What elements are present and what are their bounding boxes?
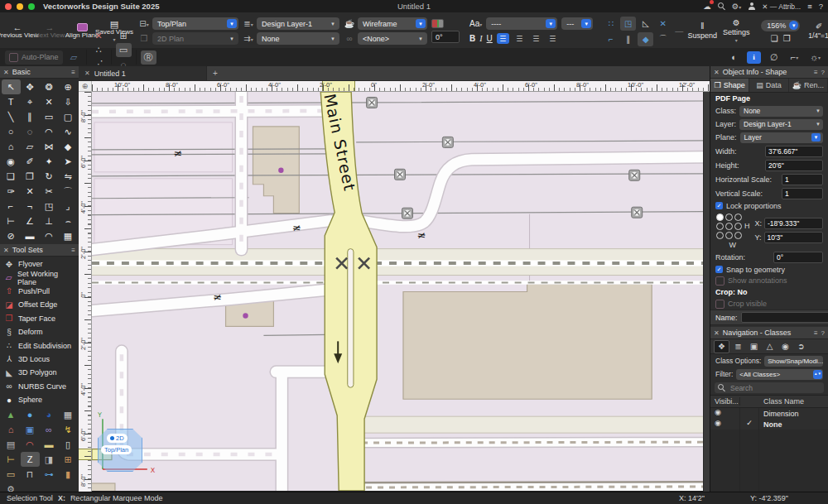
map-canvas[interactable]: ≠ ≠ ≠ ≠ Y <box>92 92 703 491</box>
design-layers-tab-icon[interactable]: ≣ <box>731 341 745 353</box>
crop-visible-checkbox[interactable] <box>715 300 724 309</box>
help-icon[interactable]: ? <box>819 2 823 11</box>
grid-corner-snap-icon[interactable]: ⌐ <box>603 32 619 46</box>
palette-menu-icon[interactable]: ≡ <box>814 69 818 76</box>
help-icon[interactable]: ? <box>821 69 825 76</box>
cloud-notification-icon[interactable]: ☁ <box>703 2 711 11</box>
render-style-dropdown[interactable]: <None>▼ <box>358 32 427 45</box>
toolset-edit-subdivision[interactable]: ∴Edit Subdivision <box>0 338 79 352</box>
layer-dropdown[interactable]: Design Layer-1▼ <box>739 119 823 130</box>
close-window-button[interactable] <box>5 3 12 10</box>
window-icon[interactable]: ⊞ <box>59 452 78 467</box>
irrigation-icon[interactable]: ● <box>21 407 40 422</box>
site-model-icon[interactable]: ▲ <box>2 407 21 422</box>
show-annotations-checkbox[interactable] <box>715 276 724 286</box>
previous-view-button[interactable]: ← Previous View <box>3 23 31 39</box>
toolset-taper-face[interactable]: ❒Taper Face <box>0 312 79 325</box>
connect-combine-tool[interactable]: ⌟ <box>59 199 78 214</box>
rectangle-tool[interactable]: ▭ <box>40 109 59 124</box>
text-format-icon[interactable]: Aa▾ <box>469 19 482 28</box>
smart-point-icon[interactable]: ✕ <box>655 17 671 31</box>
clip-tool[interactable]: ❏ <box>2 169 21 184</box>
view-rotation-field[interactable]: 0° <box>431 31 460 43</box>
selection-tool[interactable]: ↖ <box>2 79 21 94</box>
saved-views-tab-icon[interactable]: ◉ <box>778 341 792 353</box>
visualization-icon[interactable]: ☼▾ <box>807 50 823 65</box>
class-search-box[interactable] <box>715 382 824 393</box>
freehand-tool[interactable]: ∿ <box>59 124 78 139</box>
layer-scale-button[interactable]: ✐ 1/4"=1' <box>804 22 828 40</box>
rigging-icon[interactable]: ⊢ <box>2 452 21 467</box>
attribute-brush-tool[interactable]: ✐ <box>21 154 40 169</box>
toolset-3d-locus[interactable]: ⅄3D Locus <box>0 353 79 366</box>
render-teapot-icon[interactable]: ☕ <box>344 19 355 28</box>
close-icon[interactable]: ✕ <box>714 329 720 337</box>
hamburger-menu-icon[interactable]: ≡ <box>807 2 812 11</box>
tab-data[interactable]: ▤Data <box>749 79 788 92</box>
drop-point-tool[interactable]: ⇩ <box>59 94 78 109</box>
camera-icon[interactable]: ◨ <box>40 452 59 467</box>
text-tool[interactable]: T <box>2 94 21 109</box>
smart-edge-snap-icon[interactable]: ◆ <box>638 32 653 46</box>
bold-button[interactable]: B <box>469 34 475 43</box>
angle-snap-icon[interactable]: ◺ <box>638 17 653 31</box>
polygon-tool[interactable]: ⌂ <box>2 139 21 154</box>
reshape-tool[interactable]: ⋈ <box>40 139 59 154</box>
plumbing-icon[interactable]: ⊶ <box>40 467 59 482</box>
references-tab-icon[interactable]: ➲ <box>794 341 808 353</box>
align-center-button[interactable]: ☰ <box>513 33 526 44</box>
render-style-glasses-icon[interactable]: ∞ <box>344 34 355 43</box>
rotation-field[interactable]: 0° <box>773 252 823 263</box>
close-icon[interactable]: ✕ <box>714 69 720 76</box>
attributes-dock-label[interactable]: ✕ — Attrib... <box>762 2 801 11</box>
magic-wand-tool[interactable]: ✦ <box>40 154 59 169</box>
fence-icon[interactable]: ▤ <box>2 437 21 452</box>
stage-icon[interactable]: ◠ <box>21 437 40 452</box>
fillet-tool[interactable]: ⌒ <box>59 184 78 199</box>
palette-menu-icon[interactable]: ≡ <box>814 329 818 337</box>
class-dropdown[interactable]: None▼ <box>739 106 823 117</box>
crop-tool-icon[interactable]: ⌐▾ <box>787 50 802 65</box>
door-icon[interactable]: ▯ <box>59 437 78 452</box>
toolset-nurbs-curve[interactable]: ∞NURBS Curve <box>0 380 79 393</box>
object-snap-icon[interactable]: ◳ <box>620 17 636 31</box>
close-tab-icon[interactable]: ✕ <box>84 70 90 77</box>
corner-tool[interactable]: ⌐ <box>2 199 21 214</box>
interactive-scaling-mode-icon[interactable]: ⊞ <box>116 29 132 43</box>
align-justify-button[interactable]: ☰ <box>546 33 559 44</box>
select-similar-tool[interactable]: ➤ <box>59 154 78 169</box>
sheet-layers-tab-icon[interactable]: ▣ <box>747 341 761 353</box>
plan-cube-icon[interactable]: ❒ <box>138 34 150 43</box>
offset-tool[interactable]: ◳ <box>40 199 59 214</box>
architecture-icon[interactable]: ⌂ <box>2 422 21 437</box>
angular-dimension-tool[interactable]: ∠ <box>21 214 40 228</box>
fit-to-page-icon[interactable]: ❐ <box>783 34 791 43</box>
contrast-view-icon[interactable]: ◐ <box>726 50 742 65</box>
snap-to-geometry-checkbox[interactable]: ✓ <box>715 266 723 273</box>
minimize-window-button[interactable] <box>17 3 23 10</box>
parallel-snap-icon[interactable]: ∥ <box>620 32 636 46</box>
line-tool[interactable]: ╲ <box>2 109 21 124</box>
pan-tool[interactable]: ✥ <box>21 79 40 94</box>
y-position-field[interactable]: 10'3" <box>764 232 823 243</box>
arc-tool[interactable]: ◠ <box>40 124 59 139</box>
trim-tool[interactable]: ✕ <box>21 184 40 199</box>
zoom-level-dropdown[interactable]: 156%▼ <box>761 20 800 31</box>
shear-tool[interactable]: ✑ <box>2 184 21 199</box>
align-right-button[interactable]: ☰ <box>530 33 542 44</box>
tab-ren[interactable]: ☕Ren... <box>789 79 828 92</box>
zoom-tool[interactable]: ⊕ <box>59 79 78 94</box>
rounded-rectangle-tool[interactable]: ▢ <box>59 109 78 124</box>
visibility-eye-icon[interactable]: ◉ <box>715 408 721 416</box>
radial-menu-icon[interactable]: Ⓡ <box>141 50 156 65</box>
palette-menu-icon[interactable]: ≡ <box>71 247 75 254</box>
double-line-tool[interactable]: ∥ <box>21 109 40 124</box>
text-style-dropdown[interactable]: ----▼ <box>486 17 557 30</box>
circle-slash-tool[interactable]: ⊘ <box>2 228 21 243</box>
new-tab-button[interactable]: + <box>207 66 224 80</box>
oval-tool[interactable]: ◌ <box>21 124 40 139</box>
layers-icon[interactable]: ≣▾ <box>243 19 254 28</box>
braceworks-icon[interactable]: Z <box>21 452 40 467</box>
disable-snapping-icon[interactable]: ✕ <box>91 29 107 43</box>
search-icon[interactable] <box>718 2 725 10</box>
